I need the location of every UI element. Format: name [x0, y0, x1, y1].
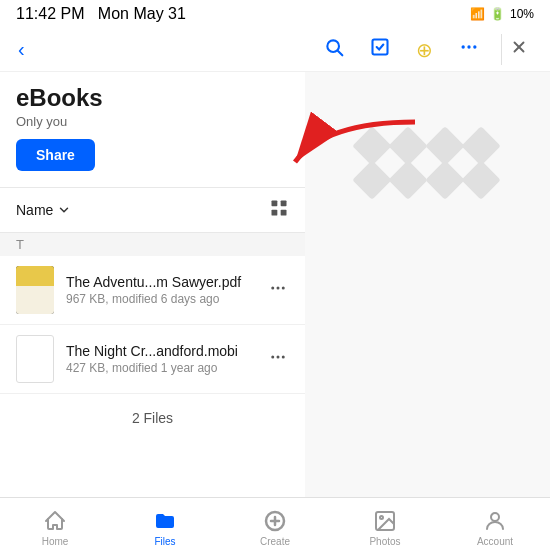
more-button[interactable]: [451, 33, 487, 66]
status-bar: 11:42 PM Mon May 31 📶 🔋 10%: [0, 0, 550, 28]
upload-button[interactable]: ⊕: [408, 34, 441, 66]
svg-point-4: [467, 45, 470, 48]
status-right: 📶 🔋 10%: [470, 7, 534, 21]
file-item-pdf[interactable]: The Adventu...m Sawyer.pdf 967 KB, modif…: [0, 256, 305, 325]
file-name-mobi: The Night Cr...andford.mobi: [66, 343, 267, 359]
tab-bar: Home Files Create Photos Account: [0, 497, 550, 557]
svg-point-12: [271, 286, 274, 289]
svg-point-13: [277, 286, 280, 289]
red-arrow: [275, 112, 435, 216]
photos-icon: [373, 509, 397, 533]
tab-create[interactable]: Create: [220, 498, 330, 557]
folder-title: eBooks: [16, 84, 289, 112]
sort-name-button[interactable]: Name: [16, 202, 71, 218]
file-more-button-pdf[interactable]: [267, 275, 289, 306]
diamond-4: [461, 126, 501, 166]
file-meta-pdf: 967 KB, modified 6 days ago: [66, 292, 267, 306]
close-button[interactable]: [501, 34, 536, 65]
diamond-8: [461, 160, 501, 200]
right-panel: [305, 72, 550, 497]
svg-point-3: [462, 45, 465, 48]
battery-icon: 🔋: [490, 7, 505, 21]
home-icon: [43, 509, 67, 533]
file-thumbnail-mobi: [16, 335, 54, 383]
svg-point-14: [282, 286, 285, 289]
folder-subtitle: Only you: [16, 114, 289, 129]
tab-home-label: Home: [42, 536, 69, 547]
file-info-pdf: The Adventu...m Sawyer.pdf 967 KB, modif…: [66, 274, 267, 306]
svg-point-5: [473, 45, 476, 48]
status-time: 11:42 PM Mon May 31: [16, 5, 186, 23]
file-more-button-mobi[interactable]: [267, 344, 289, 375]
wifi-icon: 📶: [470, 7, 485, 21]
sort-bar: Name: [0, 187, 305, 233]
svg-point-16: [277, 355, 280, 358]
file-item-mobi[interactable]: The Night Cr...andford.mobi 427 KB, modi…: [0, 325, 305, 394]
files-count: 2 Files: [0, 394, 305, 442]
svg-line-1: [338, 51, 343, 56]
file-meta-mobi: 427 KB, modified 1 year ago: [66, 361, 267, 375]
file-info-mobi: The Night Cr...andford.mobi 427 KB, modi…: [66, 343, 267, 375]
tab-photos[interactable]: Photos: [330, 498, 440, 557]
folder-header: eBooks Only you Share: [0, 72, 305, 179]
nav-bar: ‹ ⊕: [0, 28, 550, 72]
files-icon: [153, 509, 177, 533]
account-icon: [483, 509, 507, 533]
select-button[interactable]: [362, 33, 398, 66]
tab-files[interactable]: Files: [110, 498, 220, 557]
back-button[interactable]: ‹: [14, 34, 29, 65]
svg-point-24: [491, 513, 499, 521]
tab-account-label: Account: [477, 536, 513, 547]
create-icon: [263, 509, 287, 533]
check-icon: [370, 37, 390, 57]
file-name-pdf: The Adventu...m Sawyer.pdf: [66, 274, 267, 290]
chevron-down-icon: [57, 203, 71, 217]
tab-account[interactable]: Account: [440, 498, 550, 557]
svg-point-17: [282, 355, 285, 358]
left-panel: eBooks Only you Share Name T: [0, 72, 305, 497]
tab-create-label: Create: [260, 536, 290, 547]
search-icon: [324, 37, 344, 57]
file-thumbnail-pdf: [16, 266, 54, 314]
content-area: eBooks Only you Share Name T: [0, 72, 550, 497]
tab-photos-label: Photos: [369, 536, 400, 547]
tab-home[interactable]: Home: [0, 498, 110, 557]
section-label-t: T: [0, 233, 305, 256]
svg-point-15: [271, 355, 274, 358]
share-button[interactable]: Share: [16, 139, 95, 171]
more-icon: [459, 37, 479, 57]
file-list: The Adventu...m Sawyer.pdf 967 KB, modif…: [0, 256, 305, 394]
close-icon: [510, 38, 528, 56]
tab-files-label: Files: [154, 536, 175, 547]
search-button[interactable]: [316, 33, 352, 66]
battery-level: 10%: [510, 7, 534, 21]
svg-point-23: [380, 516, 383, 519]
